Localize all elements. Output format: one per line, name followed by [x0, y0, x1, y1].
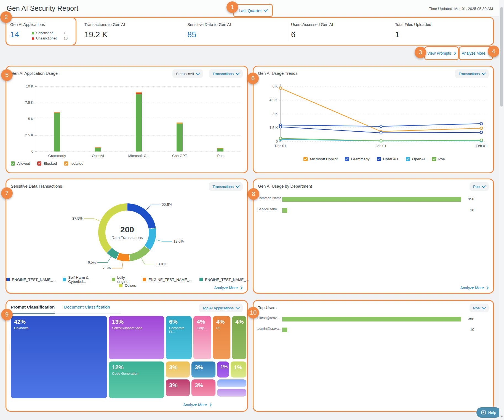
legend-item-engine-test-name-[interactable]: ENGINE_TEST_NAME_... — [6, 278, 56, 282]
period-selector-dropdown[interactable]: Last Quarter — [234, 5, 272, 16]
treemap-block-corp-[interactable]: 4%Corp... — [193, 316, 211, 359]
kpi-gen-ai-applications: Gen AI Applications 14 Sanctioned 1 Unsa… — [10, 22, 76, 39]
kpi-summary-bar: Gen AI Applications 14 Sanctioned 1 Unsa… — [6, 17, 494, 46]
treemap-block[interactable]: 3% — [191, 361, 215, 378]
legend-label: ENGINE_TEST_NAME_... — [12, 278, 56, 282]
kpi-label: Total Files Uploaded — [395, 22, 431, 27]
hbar-row-label: Service Adm... — [257, 207, 282, 212]
legend-item-engine-test-name-[interactable]: ENGINE_TEST_NAME_... — [143, 278, 192, 282]
treemap-block[interactable] — [217, 389, 246, 397]
view-prompts-button[interactable]: View Prompts — [425, 47, 458, 59]
y-axis-line — [37, 84, 37, 151]
bar-microsoft-c-[interactable] — [136, 92, 142, 151]
bar-segment-allowed — [177, 124, 183, 151]
treemap-block[interactable]: 3% — [166, 361, 190, 378]
legend-item-grammarly[interactable]: Grammarly — [345, 157, 370, 161]
tab-document-classification[interactable]: Document Classification — [64, 305, 110, 314]
donut-legend-row-1: ENGINE_TEST_NAME_...Self-Harm & Cyberbul… — [6, 275, 249, 284]
hbar-value: 10 — [452, 328, 474, 332]
legend-item-blocked[interactable]: Blocked — [37, 161, 57, 166]
hbar-row-label: admin@srava... — [257, 326, 282, 331]
hbar-hitesh-srav-[interactable] — [282, 317, 461, 321]
trend-point[interactable] — [380, 140, 382, 142]
trend-point[interactable] — [279, 137, 282, 140]
legend-item-allowed[interactable]: Allowed — [11, 161, 30, 166]
sanctioned-label: Sanctioned — [36, 31, 62, 35]
bar-chatgpt[interactable] — [177, 123, 183, 151]
trend-point[interactable] — [380, 125, 382, 128]
hbar-service-adm-[interactable] — [282, 208, 287, 213]
legend-label: ChatGPT — [383, 157, 399, 161]
legend-label: ENGINE_TEST_NAME_... — [148, 278, 192, 282]
treemap-block-pii[interactable]: 4%PII — [213, 316, 230, 359]
treemap-block[interactable]: 4% — [232, 316, 246, 359]
gridline — [37, 86, 241, 87]
legend-item-engine-test-name-[interactable]: ENGINE_TEST_NAME_... — [199, 278, 249, 282]
hbar-admin-srava-[interactable] — [282, 328, 287, 332]
legend-item-openai[interactable]: OpenAI — [406, 157, 425, 161]
vertical-scrollbar[interactable] — [499, 0, 504, 420]
legend-checkbox-icon[interactable] — [64, 161, 68, 166]
hbar-track — [282, 317, 461, 321]
treemap-block[interactable]: 1% — [217, 361, 229, 378]
legend-checkbox-icon[interactable] — [303, 157, 308, 161]
trend-point[interactable] — [480, 131, 483, 134]
treemap-block-code-generation[interactable]: 12%Code Generation — [109, 361, 164, 398]
legend-item-others[interactable]: Others — [119, 283, 136, 288]
panel-usage-trends: Gen AI Usage Trends Transactions 6 K4.5 … — [253, 66, 494, 173]
trend-point[interactable] — [480, 127, 483, 129]
legend-item-poe[interactable]: Poe — [432, 157, 445, 161]
trend-point[interactable] — [279, 87, 282, 89]
trend-point[interactable] — [480, 123, 483, 125]
kpi-sanction-legend: Sanctioned 1 Unsanctioned 13 — [32, 31, 68, 42]
tab-prompt-classification[interactable]: Prompt Classification — [11, 305, 55, 314]
top-header: Gen AI Security Report Last Quarter Time… — [0, 0, 504, 16]
treemap-block-unknown[interactable]: 42%Unknown — [11, 316, 107, 398]
legend-checkbox-icon[interactable] — [406, 157, 410, 161]
legend-checkbox-icon[interactable] — [432, 157, 436, 161]
analyze-more-link[interactable]: Analyze More — [214, 286, 242, 290]
unsanctioned-count: 13 — [64, 36, 68, 40]
legend-item-self-harm-cyberbul-[interactable]: Self-Harm & Cyberbul... — [63, 275, 105, 284]
hbar-value: 358 — [452, 197, 474, 201]
analyze-more-link[interactable]: Analyze More — [460, 286, 488, 290]
bar-grammarly[interactable] — [54, 112, 60, 151]
scrollbar-thumb[interactable] — [500, 7, 503, 107]
app-usage-legend: AllowedBlockedIsolated — [11, 161, 84, 166]
svg-text:22.5%: 22.5% — [162, 203, 172, 207]
app-filter-dropdown[interactable]: Top AI Applications — [199, 304, 243, 312]
analyze-more-link[interactable]: Analyze More — [183, 403, 211, 407]
legend-item-isolated[interactable]: Isolated — [64, 161, 83, 166]
view-prompts-label: View Prompts — [427, 51, 451, 55]
legend-checkbox-icon[interactable] — [11, 161, 15, 166]
gridline — [37, 151, 241, 152]
annotation-marker-10: 10 — [247, 307, 259, 318]
legend-checkbox-icon[interactable] — [37, 161, 41, 166]
treemap-block-pct: 3% — [169, 364, 186, 371]
trend-point[interactable] — [380, 132, 382, 134]
scrollbar-down-arrow-icon[interactable] — [500, 416, 503, 418]
bar-openai[interactable] — [95, 147, 101, 151]
legend-item-microsoft-copilot[interactable]: Microsoft Copilot — [303, 157, 338, 161]
treemap-block-sales-support-apps[interactable]: 13%Sales/Support Apps — [109, 316, 164, 359]
legend-item-bully-engine[interactable]: bully engine — [112, 275, 136, 284]
treemap-block[interactable]: 1% — [231, 361, 246, 378]
treemap-block[interactable] — [217, 379, 246, 387]
treemap-block[interactable]: 3% — [191, 379, 215, 396]
legend-checkbox-icon[interactable] — [345, 157, 349, 161]
treemap-block-corporate-fi-[interactable]: 6%Corporate Fi... — [166, 316, 192, 359]
trend-point[interactable] — [480, 139, 483, 142]
trend-point[interactable] — [279, 126, 282, 128]
legend-checkbox-icon[interactable] — [377, 157, 381, 161]
hbar-common-name[interactable] — [282, 197, 461, 202]
analyze-more-button[interactable]: Analyze More — [460, 47, 492, 59]
y-axis-tick-label: 0 — [9, 149, 33, 153]
chevron-right-icon — [453, 52, 456, 55]
help-button[interactable]: Help — [476, 407, 501, 418]
panel-app-usage: Gen AI Application Usage Status =All Tra… — [6, 66, 248, 173]
treemap-block-pct: 4% — [197, 318, 208, 325]
treemap-block[interactable]: 3% — [166, 379, 190, 396]
legend-item-chatgpt[interactable]: ChatGPT — [377, 157, 399, 161]
kpi-files-uploaded: Total Files Uploaded 1 — [395, 22, 431, 39]
bar-poe[interactable] — [217, 148, 223, 151]
